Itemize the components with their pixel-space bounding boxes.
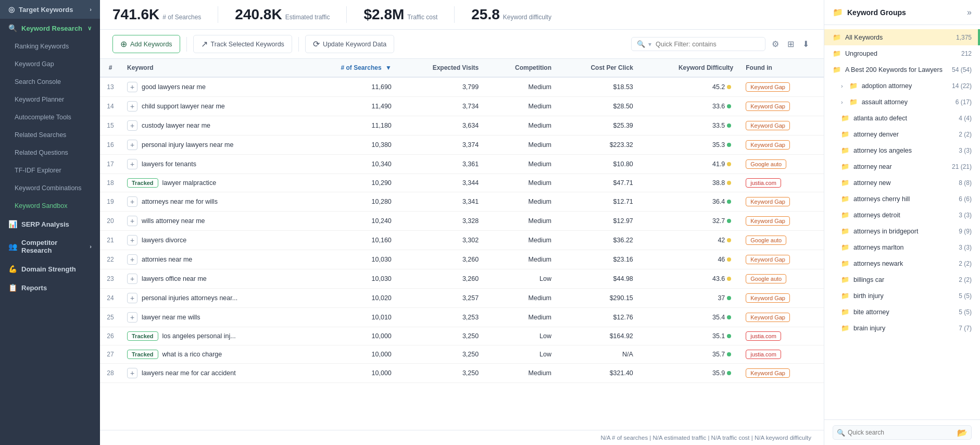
sidebar-item-target-keywords[interactable]: ◎ Target Keywords ›	[0, 0, 100, 19]
row-searches: 11,490	[304, 97, 397, 116]
group-item[interactable]: 📁 attorney new 8 (8)	[824, 175, 980, 191]
add-keyword-button[interactable]: +	[127, 159, 137, 169]
sidebar-item-keyword-combinations[interactable]: Keyword Combinations	[0, 179, 100, 197]
col-visits[interactable]: Expected Visits	[398, 59, 485, 77]
keyword-text: attornies near me	[142, 256, 192, 263]
sidebar-item-ranking-keywords[interactable]: Ranking Keywords	[0, 38, 100, 55]
update-data-button[interactable]: ⟳ Update Keyword Data	[305, 35, 394, 53]
group-item[interactable]: 📁 attorneys detroit 3 (3)	[824, 207, 980, 223]
filter-search-box[interactable]: 🔍 ▾	[631, 37, 765, 51]
export-button[interactable]: ⬇	[800, 37, 811, 51]
sidebar-item-keyword-gap[interactable]: Keyword Gap	[0, 55, 100, 73]
add-keyword-button[interactable]: +	[127, 101, 137, 112]
row-difficulty: 35.9	[639, 364, 739, 383]
active-bar	[978, 29, 980, 45]
row-difficulty: 33.5	[639, 116, 739, 135]
group-item[interactable]: 📁 A Best 200 Keywords for Lawyers 54 (54…	[824, 61, 980, 78]
sidebar-item-keyword-sandbox[interactable]: Keyword Sandbox	[0, 197, 100, 215]
table-row: 17 + lawyers for tenants 10,340 3,361 Me…	[100, 155, 824, 174]
sidebar-item-related-searches[interactable]: Related Searches	[0, 126, 100, 144]
add-keyword-button[interactable]: +	[127, 293, 137, 303]
group-item[interactable]: 📁 bite attorney 5 (5)	[824, 304, 980, 320]
row-found-in: Keyword Gap	[739, 212, 824, 231]
sidebar-item-keyword-research[interactable]: 🔍 Keyword Research ∨	[0, 19, 100, 38]
col-difficulty[interactable]: Keyword Difficulty	[639, 59, 739, 77]
group-item[interactable]: 📁 attorney denver 2 (2)	[824, 126, 980, 142]
row-keyword: + lawyers for tenants	[121, 155, 304, 174]
add-keyword-button[interactable]: +	[127, 196, 137, 207]
filter-dropdown-arrow[interactable]: ▾	[648, 41, 651, 48]
group-item[interactable]: 📁 attorneys newark 2 (2)	[824, 255, 980, 271]
target-keywords-icon: ◎	[8, 5, 15, 14]
group-item[interactable]: 📁 attorney los angeles 3 (3)	[824, 142, 980, 158]
group-item[interactable]: 📁 birth injury 5 (5)	[824, 288, 980, 304]
sidebar-item-search-console[interactable]: Search Console	[0, 73, 100, 91]
group-item[interactable]: › 📁 assault attorney 6 (17)	[824, 94, 980, 110]
sidebar-item-domain-strength[interactable]: 💪 Domain Strength	[0, 259, 100, 278]
sidebar-item-keyword-planner[interactable]: Keyword Planner	[0, 91, 100, 108]
row-found-in: Keyword Gap	[739, 116, 824, 135]
sidebar-item-serp-analysis[interactable]: 📊 SERP Analysis	[0, 215, 100, 233]
row-competition: Low	[485, 269, 558, 289]
tracked-badge: Tracked	[127, 331, 158, 341]
difficulty-dot	[727, 315, 731, 319]
add-keyword-button[interactable]: +	[127, 82, 137, 92]
add-keyword-button[interactable]: +	[127, 274, 137, 284]
row-num: 16	[100, 135, 121, 155]
add-keyword-button[interactable]: +	[127, 120, 137, 131]
add-keywords-button[interactable]: ⊕ Add Keywords	[112, 35, 180, 53]
sidebar-item-reports[interactable]: 📋 Reports	[0, 278, 100, 297]
quick-search-input[interactable]	[833, 425, 972, 440]
filter-button[interactable]: ⚙	[770, 37, 781, 51]
new-group-button[interactable]: 📂	[957, 428, 968, 438]
group-item[interactable]: 📁 Ungrouped 212	[824, 45, 980, 61]
group-name: attorney denver	[853, 131, 954, 138]
track-selected-button[interactable]: ↗ Track Selected Keywords	[193, 35, 292, 53]
row-visits: 3,799	[398, 77, 485, 97]
row-num: 14	[100, 97, 121, 116]
col-competition[interactable]: Competition	[485, 59, 558, 77]
stat-difficulty: 25.8 Keyword difficulty	[454, 6, 568, 23]
col-cpc[interactable]: Cost Per Click	[558, 59, 639, 77]
add-keyword-button[interactable]: +	[127, 254, 137, 265]
group-item[interactable]: 📁 All Keywords 1,375	[824, 29, 980, 45]
group-item[interactable]: 📁 billings car 2 (2)	[824, 271, 980, 288]
stats-bar: 741.6K # of Searches 240.8K Estimated tr…	[100, 0, 824, 30]
group-item[interactable]: 📁 attorney near 21 (21)	[824, 158, 980, 175]
columns-button[interactable]: ⊞	[785, 37, 796, 51]
row-searches: 10,000	[304, 364, 397, 383]
table-row: 27 Tracked what is a rico charge 10,000 …	[100, 345, 824, 364]
group-name: attorneys cherry hill	[853, 195, 954, 203]
table-row: 28 + lawyers near me for car accident 10…	[100, 364, 824, 383]
table-row: 19 + attorneys near me for wills 10,280 …	[100, 192, 824, 212]
stat-traffic-label: Estimated traffic	[285, 14, 330, 21]
group-item[interactable]: 📁 attorneys in bridgeport 9 (9)	[824, 223, 980, 239]
group-count: 212	[961, 50, 972, 57]
col-found-in[interactable]: Found in	[739, 59, 824, 77]
add-keyword-button[interactable]: +	[127, 235, 137, 245]
sidebar-item-autocomplete-tools[interactable]: Autocomplete Tools	[0, 108, 100, 126]
group-item[interactable]: 📁 atlanta auto defect 4 (4)	[824, 110, 980, 126]
sidebar-item-related-questions[interactable]: Related Questions	[0, 144, 100, 162]
col-keyword[interactable]: Keyword	[121, 59, 304, 77]
add-keyword-button[interactable]: +	[127, 140, 137, 150]
panel-collapse-button[interactable]: »	[967, 8, 972, 17]
group-name: attorneys newark	[853, 260, 954, 267]
chevron-down-icon: ∨	[87, 25, 92, 32]
col-searches[interactable]: # of Searches ▼	[304, 59, 397, 77]
add-keyword-button[interactable]: +	[127, 216, 137, 226]
group-item[interactable]: 📁 attorneys cherry hill 6 (6)	[824, 191, 980, 207]
add-keyword-button[interactable]: +	[127, 312, 137, 323]
sidebar-item-tf-idf-explorer[interactable]: TF-IDF Explorer	[0, 162, 100, 179]
group-name: birth injury	[853, 292, 954, 300]
group-item[interactable]: 📁 brain injury 7 (7)	[824, 320, 980, 336]
group-item[interactable]: › 📁 adoption attorney 14 (22)	[824, 78, 980, 94]
group-item[interactable]: 📁 attorneys marlton 3 (3)	[824, 239, 980, 255]
right-panel-header: 📁 Keyword Groups »	[824, 0, 980, 25]
table-row: 14 + child support lawyer near me 11,490…	[100, 97, 824, 116]
sidebar-item-competitor-research[interactable]: 👥 Competitor Research ›	[0, 233, 100, 259]
add-keyword-button[interactable]: +	[127, 368, 137, 378]
group-count: 14 (22)	[952, 82, 972, 90]
group-name: attorneys detroit	[853, 212, 954, 219]
quick-filter-input[interactable]	[656, 41, 760, 48]
